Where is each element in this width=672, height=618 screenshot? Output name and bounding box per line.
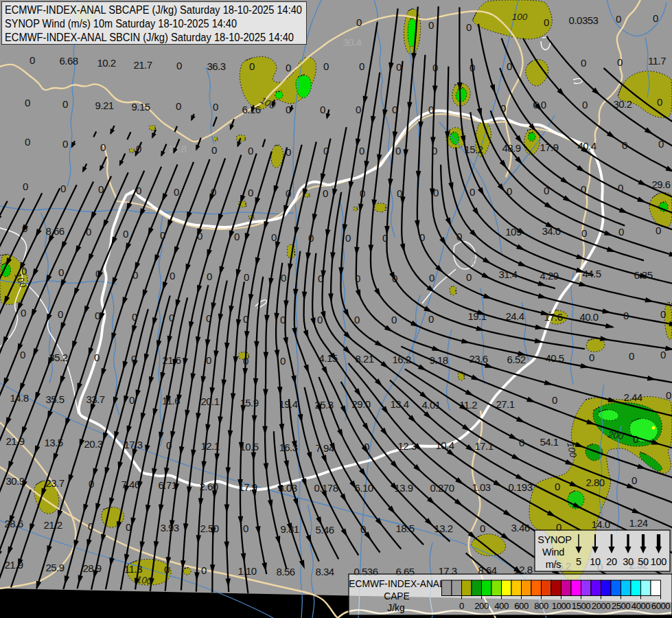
svg-text:9.18: 9.18 (429, 354, 448, 366)
svg-text:0: 0 (243, 355, 248, 367)
svg-text:100: 100 (136, 574, 153, 586)
svg-text:0: 0 (89, 478, 94, 490)
svg-text:0: 0 (244, 271, 249, 283)
svg-text:0: 0 (657, 96, 662, 108)
svg-text:0: 0 (126, 521, 131, 533)
svg-text:16.2: 16.2 (392, 354, 410, 365)
svg-text:0: 0 (382, 232, 388, 244)
svg-text:0: 0 (589, 352, 594, 363)
svg-text:0: 0 (281, 272, 286, 284)
svg-text:0: 0 (470, 62, 475, 73)
svg-text:0.178: 0.178 (314, 482, 338, 494)
svg-text:0: 0 (95, 310, 100, 321)
svg-text:16.3: 16.3 (279, 442, 297, 453)
svg-text:13.5: 13.5 (44, 437, 62, 448)
svg-text:0: 0 (62, 98, 68, 110)
svg-text:0: 0 (100, 141, 106, 153)
svg-text:0: 0 (581, 57, 586, 69)
svg-text:33.7: 33.7 (86, 393, 104, 405)
svg-text:0: 0 (396, 61, 402, 73)
svg-text:0: 0 (243, 523, 248, 534)
svg-text:0: 0 (360, 187, 365, 199)
svg-text:0: 0 (633, 433, 638, 445)
svg-text:0: 0 (62, 138, 68, 150)
svg-text:0: 0 (354, 314, 360, 325)
svg-text:11.3: 11.3 (124, 563, 142, 575)
svg-text:6.16: 6.16 (242, 104, 260, 115)
svg-text:5.46: 5.46 (315, 524, 334, 536)
svg-text:7.46: 7.46 (121, 479, 139, 490)
svg-text:0: 0 (544, 185, 549, 196)
svg-text:34.0: 34.0 (542, 225, 560, 237)
svg-text:CAPE: CAPE (384, 591, 410, 602)
svg-text:0: 0 (653, 12, 658, 24)
svg-text:19.4: 19.4 (279, 398, 297, 410)
svg-text:35.5: 35.5 (45, 393, 64, 405)
svg-text:4.01: 4.01 (421, 399, 440, 411)
svg-text:13.2: 13.2 (434, 523, 452, 534)
svg-text:2.50: 2.50 (200, 523, 218, 534)
svg-text:0: 0 (623, 310, 629, 321)
svg-text:0: 0 (286, 62, 291, 73)
svg-text:1.24: 1.24 (629, 517, 647, 529)
svg-text:0: 0 (618, 226, 624, 238)
svg-text:20.3: 20.3 (84, 438, 102, 450)
svg-text:0: 0 (397, 187, 402, 199)
svg-text:8.34: 8.34 (315, 566, 334, 577)
svg-text:800: 800 (534, 601, 548, 611)
svg-text:28.9: 28.9 (82, 562, 101, 574)
svg-text:0.270: 0.270 (430, 482, 454, 494)
svg-text:0: 0 (98, 183, 104, 195)
svg-text:0: 0 (22, 222, 27, 234)
svg-text:6.35: 6.35 (634, 269, 652, 281)
svg-text:12.1: 12.1 (200, 440, 219, 452)
svg-text:31.4: 31.4 (498, 268, 517, 280)
svg-text:m/s: m/s (546, 559, 561, 570)
svg-text:0: 0 (58, 266, 64, 278)
svg-text:0: 0 (656, 225, 661, 236)
svg-text:24.4: 24.4 (505, 310, 524, 322)
svg-text:0: 0 (248, 187, 253, 198)
svg-text:0: 0 (660, 349, 666, 360)
svg-text:0: 0 (25, 136, 30, 148)
svg-text:0: 0 (308, 232, 314, 244)
svg-text:0: 0 (160, 229, 165, 241)
svg-text:0: 0 (206, 354, 211, 366)
svg-text:0: 0 (132, 269, 138, 281)
svg-text:0: 0 (286, 146, 291, 158)
svg-text:0: 0 (507, 60, 512, 72)
svg-text:1.03: 1.03 (472, 481, 490, 493)
svg-text:0: 0 (356, 104, 361, 115)
svg-text:6.0: 6.0 (533, 99, 546, 111)
svg-text:9.21: 9.21 (95, 100, 113, 111)
svg-text:30.4: 30.4 (343, 36, 361, 48)
svg-text:600: 600 (514, 601, 529, 611)
svg-text:8.56: 8.56 (276, 566, 294, 577)
svg-text:40.4: 40.4 (577, 140, 596, 152)
svg-text:0: 0 (280, 355, 286, 367)
svg-text:21.9: 21.9 (5, 435, 24, 447)
svg-text:21.6: 21.6 (162, 354, 181, 366)
svg-text:30: 30 (623, 556, 634, 567)
svg-text:2.80: 2.80 (586, 477, 604, 488)
svg-text:0: 0 (360, 523, 366, 535)
svg-text:Wind: Wind (542, 547, 564, 558)
svg-text:0: 0 (428, 313, 434, 325)
svg-text:11.7: 11.7 (648, 55, 666, 67)
svg-text:ECMWF-INDEX-ANAL SBCAPE (J/kg): ECMWF-INDEX-ANAL SBCAPE (J/kg) Saturday … (5, 3, 302, 16)
svg-text:0: 0 (248, 145, 253, 157)
svg-text:6.71: 6.71 (158, 479, 176, 491)
svg-text:0: 0 (20, 349, 25, 360)
svg-text:18.5: 18.5 (395, 523, 414, 534)
svg-text:0: 0 (320, 104, 325, 115)
svg-text:0: 0 (618, 182, 623, 194)
svg-text:29.6: 29.6 (651, 179, 670, 190)
svg-text:0: 0 (660, 308, 666, 320)
svg-text:3.03: 3.03 (278, 482, 297, 494)
svg-text:0: 0 (345, 232, 351, 244)
svg-text:0: 0 (395, 145, 401, 157)
svg-text:13.4: 13.4 (390, 398, 408, 410)
svg-text:0: 0 (207, 271, 212, 282)
svg-text:15.9: 15.9 (240, 397, 258, 409)
svg-text:0: 0 (470, 186, 475, 198)
